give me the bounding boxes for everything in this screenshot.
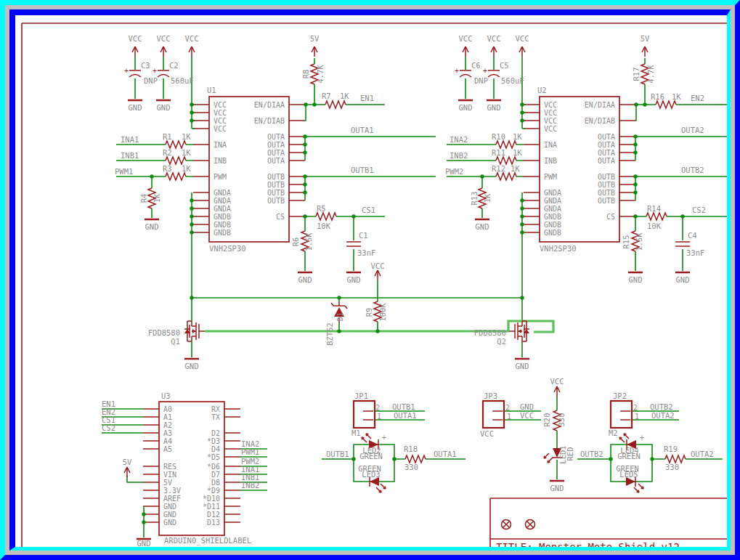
- pin-name: GND: [163, 503, 176, 511]
- power-label: VCC: [487, 34, 501, 43]
- pin-name: D12: [207, 511, 220, 519]
- capacitor-c5[interactable]: [488, 70, 500, 77]
- pin-name: EN/DIAB: [254, 117, 285, 125]
- pin-name: AREF: [163, 495, 181, 503]
- window-border-inner: VCCVCCVCC+C3DNP+C2560uFGNDGNDU1VCCVCCVCC…: [9, 9, 731, 551]
- pin-number: 2: [505, 404, 510, 412]
- resistor-r5[interactable]: [316, 213, 336, 220]
- resistor-r16[interactable]: [656, 101, 676, 108]
- resistor-r11[interactable]: [496, 157, 516, 164]
- diode-ref: D1: [336, 312, 344, 322]
- power-label: GND: [487, 103, 501, 112]
- net-label: CS2: [692, 206, 706, 214]
- cap-plus: +: [455, 67, 459, 75]
- power-label: GND: [476, 222, 489, 231]
- fiducial-marks: [502, 520, 535, 529]
- res-value: 1K: [672, 92, 681, 101]
- pin-name: RX: [211, 405, 220, 413]
- res-value: 330: [404, 463, 418, 471]
- window-border: VCCVCCVCC+C3DNP+C2560uFGNDGNDU1VCCVCCVCC…: [0, 0, 740, 560]
- pin-name: D7: [211, 471, 220, 479]
- title-text: TITLE: Monster Moto Shield-v12: [496, 541, 680, 547]
- power-label: GND: [629, 275, 643, 284]
- led-emission-icon: [544, 453, 553, 463]
- pin-name: GNDA: [214, 205, 231, 213]
- capacitor-c6[interactable]: [460, 70, 471, 77]
- junction-dots: [142, 102, 684, 524]
- res-value: 1K: [182, 164, 191, 173]
- power-label: GND: [516, 362, 529, 370]
- pin-name: VCC: [214, 125, 227, 133]
- schematic-canvas[interactable]: VCCVCCVCC+C3DNP+C2560uFGNDGNDU1VCCVCCVCC…: [15, 15, 727, 547]
- pin-number: 2: [633, 404, 638, 412]
- pin-name: OUTB: [267, 197, 285, 205]
- resistor-r1[interactable]: [166, 141, 186, 148]
- u2-pin-stubs: [524, 105, 635, 232]
- power-label: GND: [137, 539, 151, 547]
- mosfet-q1[interactable]: [184, 321, 205, 341]
- net-label: EN1: [360, 94, 374, 102]
- capacitor-c2[interactable]: [158, 70, 169, 77]
- capacitor-c1[interactable]: [346, 242, 361, 246]
- pin-name: 5V: [163, 479, 172, 487]
- vcc-arrow-icon: [160, 46, 166, 57]
- conn-value: VCC: [480, 429, 494, 438]
- pin-name: OUTA: [267, 141, 285, 149]
- cap-value: 33nF: [357, 248, 375, 257]
- resistor-r3[interactable]: [166, 173, 186, 180]
- pin-name: A3: [163, 429, 172, 437]
- capacitor-c3[interactable]: [129, 70, 141, 77]
- net-label: INA1: [121, 135, 139, 144]
- ic-ref: U2: [537, 86, 547, 94]
- led-value: GREEN: [617, 452, 641, 460]
- fiducial-icon: [502, 520, 511, 529]
- pin-name: OUTB: [598, 189, 615, 197]
- connector-jp2[interactable]: [611, 401, 632, 428]
- resistor-r2[interactable]: [166, 157, 186, 164]
- pin-name: OUTA: [598, 133, 615, 141]
- resistor-r14[interactable]: [646, 213, 667, 220]
- net-label: OUTB1: [392, 402, 415, 411]
- vcc-arrow-icon: [519, 46, 525, 57]
- net-label: OUTB2: [580, 450, 603, 458]
- net-label: OUTB2: [650, 402, 673, 411]
- pin-name: D4: [211, 445, 220, 453]
- resistor-r10[interactable]: [496, 141, 516, 148]
- power-label: VCC: [550, 377, 564, 386]
- pin-number: 1: [507, 413, 511, 421]
- pin-name: GNDB: [214, 229, 231, 237]
- resistor-r12[interactable]: [496, 173, 516, 180]
- pin-name: OUTA: [598, 157, 615, 165]
- resistor-r19[interactable]: [665, 455, 686, 463]
- pin-name: OUTA: [267, 157, 285, 165]
- net-label: EN2: [691, 94, 704, 102]
- resistor-r18[interactable]: [405, 455, 426, 463]
- power-label: 5V: [310, 34, 320, 43]
- res-value: 10K: [317, 222, 331, 230]
- cap-ref: C4: [688, 231, 697, 240]
- capacitor-c4[interactable]: [675, 242, 690, 246]
- pin-name: *D10: [203, 495, 220, 503]
- pin-name: PWM: [214, 173, 227, 181]
- connector-jp3[interactable]: [483, 401, 504, 428]
- res-ref: R20: [542, 413, 551, 427]
- pin-name: OUTB: [267, 173, 285, 181]
- pin-number: 1: [635, 413, 639, 421]
- net-label: CS2: [102, 423, 115, 432]
- net-label: OUTA2: [681, 126, 704, 134]
- pin-name: *D9: [207, 487, 220, 495]
- pin-name: OUTA: [598, 149, 615, 157]
- resistor-r7[interactable]: [325, 101, 346, 108]
- mosfet-q2[interactable]: [509, 321, 529, 341]
- pin-name: EN/DIAA: [585, 101, 615, 109]
- connector-jp1[interactable]: [354, 401, 375, 428]
- fet-ref: Q2: [497, 337, 506, 346]
- ic-ref: U1: [207, 86, 216, 94]
- 5v-arrow-icon: [124, 467, 130, 477]
- net-label: OUTA1: [394, 411, 417, 420]
- conn-ref: JP1: [354, 391, 368, 400]
- res-ref: R9: [365, 308, 373, 317]
- pin-name: *D5: [207, 453, 220, 461]
- led-plus: +: [640, 433, 644, 442]
- schematic-text-layer: VCCVCCVCC+C3DNP+C2560uFGNDGNDU1VCCVCCVCC…: [102, 34, 714, 547]
